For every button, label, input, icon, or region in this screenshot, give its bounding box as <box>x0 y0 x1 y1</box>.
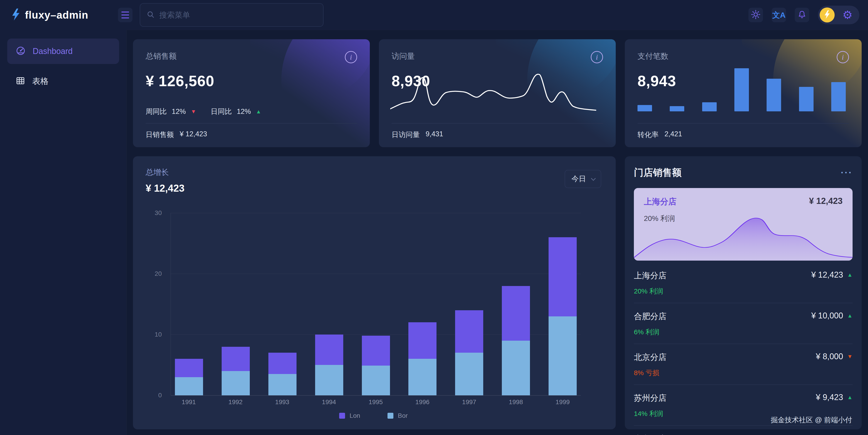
user-settings-pill[interactable]: ⚙ <box>818 6 859 24</box>
featured-store-note: 20% 利润 <box>644 214 843 224</box>
range-selector-dropdown[interactable]: 今日 <box>565 170 601 188</box>
info-icon[interactable]: i <box>591 51 603 63</box>
segment-bor <box>268 374 297 395</box>
stores-title: 门店销售额 <box>634 166 682 179</box>
x-tick-label: 1999 <box>549 399 577 406</box>
theme-toggle-button[interactable] <box>748 8 763 22</box>
lightning-avatar-icon <box>824 10 831 20</box>
sidebar-item-label: Dashboard <box>33 46 72 56</box>
store-row[interactable]: 南京分店6% 亏损¥ 7,423▼ <box>634 426 852 435</box>
bar-1994[interactable] <box>315 213 343 395</box>
growth-chart-card: 总增长 ¥ 12,423 今日 0102030 1991199219931994… <box>133 156 616 429</box>
segment-bor <box>455 353 483 395</box>
notifications-button[interactable] <box>795 8 809 22</box>
bar-1991[interactable] <box>175 213 203 395</box>
card-total-sales: 总销售额 i ¥ 126,560 周同比 12% ▼ 日同比 12% <box>133 39 370 147</box>
featured-store-card[interactable]: 上海分店 ¥ 12,423 20% 利润 <box>634 188 852 260</box>
payment-bar-1 <box>638 105 652 112</box>
store-value: ¥ 7,423 <box>816 433 843 435</box>
y-tick-label: 20 <box>155 270 162 277</box>
payments-mini-bars <box>638 68 846 111</box>
store-row[interactable]: 北京分店8% 亏损¥ 8,000▼ <box>634 344 852 385</box>
card-footer: 日销售额 ¥ 12,423 <box>146 124 357 139</box>
credit-text: 掘金技术社区 @ 前端小付 <box>771 415 852 425</box>
bar-1999[interactable] <box>549 213 577 395</box>
menu-toggle-button[interactable] <box>118 8 132 22</box>
x-tick-label: 1992 <box>221 399 250 406</box>
sidebar-item-dashboard[interactable]: Dashboard <box>7 38 119 64</box>
store-change: 14% 利润 <box>634 409 666 418</box>
bars-container <box>171 213 581 395</box>
down-triangle-icon: ▼ <box>191 109 196 114</box>
growth-x-labels: 199119921993199419951996199719981999 <box>170 399 581 406</box>
stat-cards-row: 总销售额 i ¥ 126,560 周同比 12% ▼ 日同比 12% <box>133 39 862 147</box>
bell-icon <box>798 10 807 20</box>
total-sales-value: ¥ 126,560 <box>146 72 357 90</box>
gridline-0: 0 <box>171 395 581 396</box>
stores-panel: 门店销售额 ··· 上海分店 ¥ 12,423 20% 利润 <box>625 156 862 429</box>
up-triangle-icon: ▲ <box>847 313 852 318</box>
legend-item-bor[interactable]: Bor <box>388 412 408 420</box>
info-icon[interactable]: i <box>345 51 357 63</box>
card-title: 总销售额 <box>146 51 177 61</box>
bar-1997[interactable] <box>455 213 483 395</box>
payment-bar-5 <box>767 79 781 111</box>
segment-lon <box>362 336 390 365</box>
up-triangle-icon: ▲ <box>847 272 852 278</box>
sun-icon <box>751 10 761 20</box>
segment-bor <box>222 371 250 395</box>
sidebar: Dashboard 表格 <box>0 30 126 435</box>
featured-store-value: ¥ 12,423 <box>809 196 843 207</box>
segment-lon <box>502 286 530 341</box>
bar-1992[interactable] <box>222 213 250 395</box>
card-title: 支付笔数 <box>638 51 669 61</box>
search-input[interactable] <box>159 11 317 20</box>
store-name: 南京分店 <box>634 433 666 435</box>
avatar[interactable] <box>820 7 835 23</box>
legend-swatch <box>388 413 393 419</box>
segment-lon <box>549 237 577 316</box>
store-change: 6% 利润 <box>634 328 666 337</box>
more-menu-icon[interactable]: ··· <box>841 170 852 175</box>
growth-title: 总增长 <box>146 167 184 178</box>
day-trend: 日同比 12% ▲ <box>211 107 261 116</box>
store-row[interactable]: 合肥分店6% 利润¥ 10,000▲ <box>634 303 852 344</box>
bar-1993[interactable] <box>268 213 297 395</box>
x-tick-label: 1995 <box>362 399 390 406</box>
payment-bar-2 <box>670 106 684 111</box>
store-list: 上海分店20% 利润¥ 12,423▲合肥分店6% 利润¥ 10,000▲北京分… <box>634 262 852 435</box>
y-tick-label: 0 <box>158 392 162 399</box>
info-icon[interactable]: i <box>837 51 849 63</box>
main-content: 总销售额 i ¥ 126,560 周同比 12% ▼ 日同比 12% <box>126 30 868 435</box>
store-name: 上海分店 <box>634 270 666 281</box>
up-triangle-icon: ▲ <box>847 395 852 400</box>
legend-item-lon[interactable]: Lon <box>339 412 360 420</box>
card-footer: 日访问量 9,431 <box>392 124 603 139</box>
segment-bor <box>315 365 343 395</box>
bar-1998[interactable] <box>502 213 530 395</box>
gear-icon[interactable]: ⚙ <box>842 9 852 21</box>
lightning-icon <box>11 8 21 22</box>
search-box[interactable] <box>140 3 323 27</box>
bar-1995[interactable] <box>362 213 390 395</box>
payment-bar-3 <box>702 102 717 111</box>
brand-name: fluxy–admin <box>25 9 88 21</box>
store-row[interactable]: 上海分店20% 利润¥ 12,423▲ <box>634 262 852 303</box>
brand-logo[interactable]: fluxy–admin <box>11 8 108 22</box>
sidebar-item-table[interactable]: 表格 <box>7 70 119 92</box>
store-value: ¥ 12,423 <box>811 270 843 280</box>
y-tick-label: 10 <box>155 331 162 338</box>
legend-swatch <box>339 413 345 419</box>
bar-1996[interactable] <box>408 213 436 395</box>
x-tick-label: 1991 <box>175 399 203 406</box>
y-tick-label: 30 <box>155 209 162 217</box>
legend-label: Lon <box>350 412 360 420</box>
chevron-down-icon <box>591 176 596 181</box>
language-button[interactable]: 文A <box>772 8 786 22</box>
x-tick-label: 1996 <box>408 399 436 406</box>
table-icon <box>16 76 25 87</box>
x-tick-label: 1994 <box>315 399 343 406</box>
segment-lon <box>455 310 483 353</box>
segment-bor <box>408 359 436 395</box>
top-actions: 文A ⚙ <box>748 6 859 24</box>
